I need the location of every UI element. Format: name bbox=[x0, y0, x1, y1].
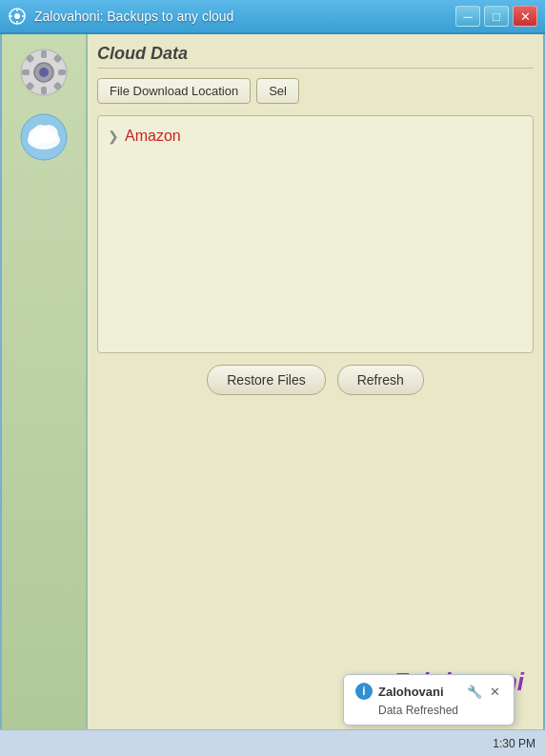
chevron-right-icon: ❯ bbox=[108, 129, 119, 144]
sidebar bbox=[2, 34, 88, 754]
taskbar: 1:30 PM bbox=[0, 729, 545, 756]
main-window: Cloud Data File Download Location Sel ❯ … bbox=[0, 34, 545, 756]
cloud-icon bbox=[18, 111, 70, 163]
title-buttons: ─ □ ✕ bbox=[455, 6, 537, 27]
settings-icon bbox=[18, 47, 70, 98]
svg-point-21 bbox=[33, 125, 49, 140]
section-header: Cloud Data bbox=[97, 44, 534, 69]
notification-actions: 🔧 ✕ bbox=[465, 685, 502, 699]
svg-point-1 bbox=[14, 13, 20, 19]
refresh-button[interactable]: Refresh bbox=[337, 365, 424, 395]
restore-files-button[interactable]: Restore Files bbox=[207, 365, 325, 395]
content-area: Cloud Data File Download Location Sel ❯ … bbox=[88, 34, 543, 754]
close-button[interactable]: ✕ bbox=[513, 6, 537, 27]
file-location-row: File Download Location Sel bbox=[97, 78, 534, 104]
title-bar-left: Zalovahoni: Backups to any cloud bbox=[8, 7, 233, 26]
sidebar-item-settings[interactable] bbox=[15, 44, 72, 101]
notification-title-row: i Zalohovani bbox=[355, 683, 444, 700]
maximize-button[interactable]: □ bbox=[484, 6, 509, 27]
title-bar: Zalovahoni: Backups to any cloud ─ □ ✕ bbox=[0, 0, 545, 34]
svg-point-8 bbox=[39, 68, 49, 77]
app-icon bbox=[8, 7, 27, 26]
notification-header: i Zalohovani 🔧 ✕ bbox=[355, 683, 502, 700]
svg-rect-12 bbox=[58, 70, 66, 75]
sel-button[interactable]: Sel bbox=[256, 78, 299, 104]
svg-rect-9 bbox=[41, 50, 47, 58]
svg-rect-10 bbox=[41, 87, 47, 94]
minimize-button[interactable]: ─ bbox=[455, 6, 480, 27]
tree-item-label: Amazon bbox=[125, 128, 181, 145]
taskbar-time: 1:30 PM bbox=[493, 737, 535, 750]
notification-wrench-button[interactable]: 🔧 bbox=[465, 685, 484, 699]
info-icon: i bbox=[355, 683, 373, 700]
notification-close-button[interactable]: ✕ bbox=[488, 685, 502, 699]
sidebar-item-cloud[interactable] bbox=[15, 109, 72, 166]
tree-item-amazon[interactable]: ❯ Amazon bbox=[108, 126, 523, 147]
file-location-button[interactable]: File Download Location bbox=[97, 78, 251, 104]
notification-message: Data Refreshed bbox=[378, 704, 502, 717]
buttons-row: Restore Files Refresh bbox=[97, 365, 534, 395]
tree-area: ❯ Amazon bbox=[97, 115, 534, 353]
notification-title: Zalohovani bbox=[378, 685, 444, 699]
notification-tooltip: i Zalohovani 🔧 ✕ Data Refreshed bbox=[343, 674, 515, 726]
svg-rect-11 bbox=[22, 70, 30, 75]
title-text: Zalovahoni: Backups to any cloud bbox=[34, 9, 233, 24]
